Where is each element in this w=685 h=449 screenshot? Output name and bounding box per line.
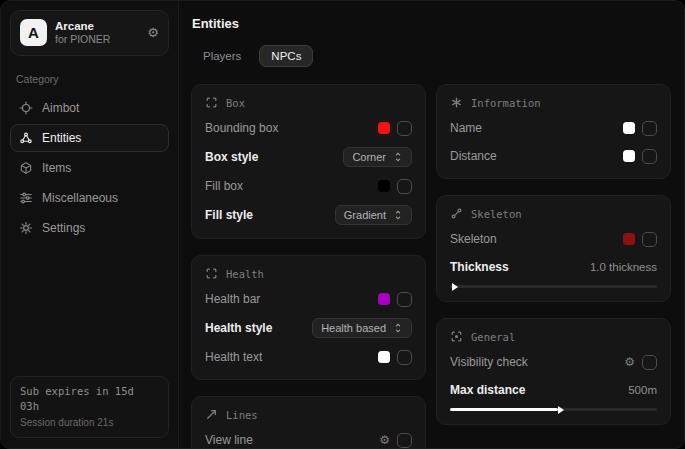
health-style-value: Health based [321,322,386,334]
health-brackets-icon [205,267,218,280]
max-distance-slider-handle[interactable] [558,406,564,414]
entities-network-icon [19,131,33,145]
scan-target-icon [450,330,463,343]
health-card-title: Health [226,268,264,280]
tab-npcs[interactable]: NPCs [259,45,313,67]
max-distance-slider[interactable] [450,408,657,411]
brand-text: Arcane for PIONER [55,19,139,47]
setting-row: Visibility check ⚙ [450,353,657,371]
setting-row: View line ⚙ [205,431,412,448]
lines-card-title: Lines [226,409,258,421]
health-card-header: Health [205,267,412,280]
main-content: Entities Players NPCs Box [179,1,684,448]
skeleton-card: Skeleton Skeleton Thickness 1.0 thicknes… [436,195,671,302]
tab-players[interactable]: Players [191,45,253,67]
information-card-title: Information [471,97,541,109]
box-style-select[interactable]: Corner [343,147,412,167]
name-label: Name [450,121,482,135]
sidebar-item-label: Items [42,161,71,175]
asterisk-icon [450,96,463,109]
category-label: Category [16,73,163,85]
thickness-value: 1.0 thickness [590,261,657,273]
distance-color-swatch[interactable] [623,150,635,162]
visibility-check-gear-icon[interactable]: ⚙ [624,356,635,368]
skeleton-color-swatch[interactable] [623,233,635,245]
box-style-value: Corner [352,151,386,163]
bounding-box-checkbox[interactable] [397,121,412,136]
bone-icon [450,207,463,220]
aimbot-crosshair-icon [19,101,33,115]
health-bar-color-swatch[interactable] [378,293,390,305]
thickness-slider-fill [450,285,452,288]
sub-expiry-text: Sub expires in 15d 03h [20,384,159,416]
name-color-swatch[interactable] [623,122,635,134]
brand-settings-gear-icon[interactable]: ⚙ [147,25,159,40]
fill-style-label: Fill style [205,208,253,222]
sidebar-item-items[interactable]: Items [10,154,169,182]
settings-gear-icon [19,221,33,235]
setting-row: Max distance 500m [450,381,657,399]
health-text-checkbox[interactable] [397,350,412,365]
sidebar: A Arcane for PIONER ⚙ Category Aimbot [1,1,179,448]
right-column: Information Name Distance [436,84,671,425]
skeleton-card-header: Skeleton [450,207,657,220]
box-card-header: Box [205,96,412,109]
general-card-header: General [450,330,657,343]
health-text-color-swatch[interactable] [378,351,390,363]
visibility-check-checkbox[interactable] [642,355,657,370]
setting-row: Distance [450,147,657,165]
unfold-arrows-icon [393,323,403,333]
general-card-title: General [471,331,515,343]
max-distance-slider-fill [450,408,558,411]
thickness-slider[interactable] [450,285,657,288]
name-checkbox[interactable] [642,121,657,136]
brand-card: A Arcane for PIONER ⚙ [10,10,169,56]
setting-row: Fill style Gradient [205,205,412,225]
tab-bar: Players NPCs [191,45,671,67]
health-bar-checkbox[interactable] [397,292,412,307]
distance-label: Distance [450,149,497,163]
information-card: Information Name Distance [436,84,671,179]
fill-style-select[interactable]: Gradient [335,205,412,225]
setting-row: Thickness 1.0 thickness [450,258,657,276]
setting-row: Health style Health based [205,318,412,338]
box-style-label: Box style [205,150,258,164]
sidebar-item-aimbot[interactable]: Aimbot [10,94,169,122]
view-line-gear-icon[interactable]: ⚙ [379,434,390,446]
setting-row: Fill box [205,177,412,195]
app-window: A Arcane for PIONER ⚙ Category Aimbot [0,0,685,449]
distance-checkbox[interactable] [642,149,657,164]
left-column: Box Bounding box Box style Corner [191,84,426,448]
bounding-box-label: Bounding box [205,121,278,135]
box-card-title: Box [226,97,245,109]
health-text-label: Health text [205,350,262,364]
setting-row: Name [450,119,657,137]
visibility-check-label: Visibility check [450,355,528,369]
view-line-label: View line [205,433,253,447]
sidebar-item-settings[interactable]: Settings [10,214,169,242]
fill-box-checkbox[interactable] [397,179,412,194]
sidebar-item-label: Aimbot [42,101,79,115]
sidebar-item-label: Settings [42,221,85,235]
unfold-arrows-icon [393,152,403,162]
subscription-info: Sub expires in 15d 03h Session duration … [10,376,169,439]
skeleton-checkbox[interactable] [642,232,657,247]
sidebar-item-label: Miscellaneous [42,191,118,205]
view-line-checkbox[interactable] [397,433,412,448]
lines-card-header: Lines [205,408,412,421]
sidebar-item-miscellaneous[interactable]: Miscellaneous [10,184,169,212]
health-bar-label: Health bar [205,292,260,306]
skeleton-label: Skeleton [450,232,497,246]
health-card: Health Health bar Health style Health ba… [191,255,426,380]
sidebar-item-entities[interactable]: Entities [10,124,169,152]
lines-card: Lines View line ⚙ Line to enemy ⚙ [191,396,426,448]
fill-box-color-swatch[interactable] [378,180,390,192]
health-style-label: Health style [205,321,272,335]
setting-row: Health bar [205,290,412,308]
general-card: General Visibility check ⚙ Max distance … [436,318,671,425]
bounding-box-color-swatch[interactable] [378,122,390,134]
thickness-slider-handle[interactable] [452,283,458,291]
diagonal-line-icon [205,408,218,421]
information-card-header: Information [450,96,657,109]
health-style-select[interactable]: Health based [312,318,412,338]
